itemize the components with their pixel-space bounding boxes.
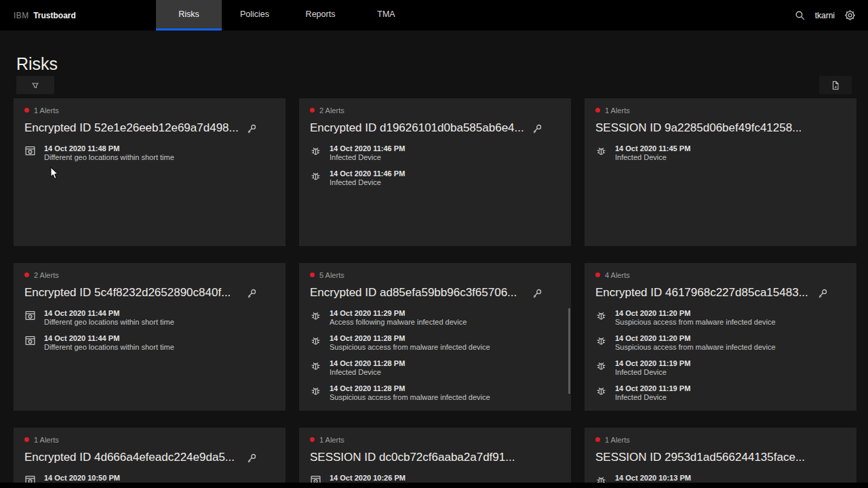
risk-card[interactable]: 1 Alerts Encrypted ID 52e1e26eeb12e69a7d…	[14, 98, 285, 246]
tab-tma[interactable]: TMA	[353, 0, 419, 30]
tab-label: Policies	[240, 9, 269, 19]
risk-card[interactable]: 4 Alerts Encrypted ID 4617968c227d85ca15…	[585, 263, 856, 411]
key-icon[interactable]	[817, 288, 828, 299]
alert-item[interactable]: 14 Oct 2020 11:28 PM	[310, 409, 560, 411]
alert-time: 14 Oct 2020 11:28 PM	[330, 409, 405, 411]
alert-time: 14 Oct 2020 11:46 PM	[330, 144, 405, 153]
key-icon[interactable]	[532, 123, 542, 134]
bug-alert-icon	[310, 360, 321, 371]
alert-item[interactable]: 14 Oct 2020 11:19 PM Infected Device	[595, 359, 846, 377]
card-title: Encrypted ID 4617968c227d85ca15483...	[595, 285, 819, 300]
card-title: SESSION ID dc0cb72cf6aaba2a7df91...	[310, 450, 534, 465]
tab-policies[interactable]: Policies	[222, 0, 288, 30]
alert-time: 14 Oct 2020 11:20 PM	[615, 334, 776, 343]
alert-description: Suspicious access from malware infected …	[615, 343, 776, 352]
card-scrollbar[interactable]	[568, 308, 570, 394]
key-icon[interactable]	[246, 123, 257, 134]
alert-item[interactable]: 14 Oct 2020 11:20 PM Suspicious access f…	[595, 309, 846, 327]
key-icon[interactable]	[246, 453, 257, 464]
alert-time: 14 Oct 2020 11:48 PM	[44, 144, 174, 153]
risk-card[interactable]: 2 Alerts Encrypted ID d19626101d0ba585ab…	[299, 98, 571, 246]
export-button[interactable]	[819, 76, 852, 94]
bug-alert-icon	[595, 335, 607, 346]
alerts-count-label: 5 Alerts	[319, 271, 344, 279]
alert-text: 14 Oct 2020 11:29 PM Access following ma…	[330, 309, 467, 327]
alert-description: Infected Device	[615, 153, 690, 162]
alert-item[interactable]: 14 Oct 2020 11:28 PM Infected Device	[310, 359, 560, 377]
alerts-count-label: 1 Alerts	[605, 106, 630, 115]
alert-dot-icon	[310, 437, 315, 442]
card-title: Encrypted ID ad85efa59bb96c3f65706...	[310, 285, 534, 300]
username[interactable]: tkarni	[815, 11, 835, 20]
bug-alert-icon	[595, 145, 607, 157]
alerts-count-label: 4 Alerts	[605, 271, 630, 279]
alerts-count-row: 2 Alerts	[310, 106, 560, 115]
filter-button[interactable]	[16, 76, 54, 94]
cards-grid: 1 Alerts Encrypted ID 52e1e26eeb12e69a7d…	[14, 98, 856, 488]
alerts-count-row: 1 Alerts	[595, 435, 846, 444]
risk-card[interactable]: 1 Alerts SESSION ID 2953d1ad566244135fac…	[585, 428, 856, 488]
tab-reports[interactable]: Reports	[288, 0, 353, 30]
alert-item[interactable]: 14 Oct 2020 11:46 PM Infected Device	[310, 169, 560, 187]
alert-item[interactable]: 14 Oct 2020 11:48 PM Different geo locat…	[24, 144, 275, 162]
alert-time: 14 Oct 2020 10:26 PM	[330, 474, 406, 483]
risk-card[interactable]: 5 Alerts Encrypted ID ad85efa59bb96c3f65…	[299, 263, 571, 411]
alerts-count-row: 5 Alerts	[310, 270, 560, 279]
brand-logo[interactable]: IBM Trustboard	[0, 11, 76, 20]
search-icon[interactable]	[794, 9, 806, 21]
key-icon[interactable]	[532, 288, 542, 299]
alert-dot-icon	[310, 108, 315, 113]
tab-risks[interactable]: Risks	[156, 0, 222, 30]
alert-item[interactable]: 14 Oct 2020 11:44 PM Different geo locat…	[24, 334, 275, 352]
risk-card[interactable]: 1 Alerts Encrypted ID 4d666a4efeadc224e9…	[14, 428, 285, 488]
alert-description: Infected Device	[615, 393, 690, 402]
alert-item[interactable]: 14 Oct 2020 11:28 PM Suspicious access f…	[310, 384, 560, 402]
alert-list: 14 Oct 2020 11:44 PM Different geo locat…	[24, 309, 275, 359]
alert-description: Different geo locations within short tim…	[44, 318, 174, 327]
tab-label: Risks	[178, 9, 199, 19]
alert-dot-icon	[24, 108, 29, 113]
alert-item[interactable]: 14 Oct 2020 11:20 PM Suspicious access f…	[595, 334, 846, 352]
alert-item[interactable]: 14 Oct 2020 11:46 PM Infected Device	[310, 144, 560, 162]
alert-dot-icon	[595, 437, 600, 442]
alert-time: 14 Oct 2020 11:44 PM	[44, 334, 174, 343]
alert-item[interactable]: 14 Oct 2020 11:19 PM Infected Device	[595, 384, 846, 402]
key-icon[interactable]	[246, 288, 257, 299]
alert-text: 14 Oct 2020 11:19 PM Infected Device	[615, 359, 690, 377]
alert-time: 14 Oct 2020 11:28 PM	[330, 334, 490, 343]
bug-alert-icon	[310, 335, 321, 346]
alert-text: 14 Oct 2020 11:28 PM Suspicious access f…	[330, 384, 490, 402]
alert-list: 14 Oct 2020 11:29 PM Access following ma…	[310, 309, 560, 411]
alert-description: Infected Device	[330, 368, 405, 377]
alert-description: Suspicious access from malware infected …	[330, 343, 490, 352]
alert-item[interactable]: 14 Oct 2020 11:44 PM Different geo locat…	[24, 309, 275, 327]
alert-text: 14 Oct 2020 11:20 PM Suspicious access f…	[615, 334, 776, 352]
gear-icon[interactable]	[844, 9, 856, 21]
alert-text: 14 Oct 2020 11:28 PM Suspicious access f…	[330, 334, 490, 352]
risk-card[interactable]: 1 Alerts SESSION ID dc0cb72cf6aaba2a7df9…	[299, 428, 571, 488]
alert-list: 14 Oct 2020 11:46 PM Infected Device 14 …	[310, 144, 560, 195]
alert-description: Suspicious access from malware infected …	[330, 393, 490, 402]
alerts-count-row: 1 Alerts	[310, 435, 560, 444]
alert-item[interactable]: 14 Oct 2020 11:28 PM Suspicious access f…	[310, 334, 560, 352]
alert-item[interactable]: 14 Oct 2020 11:45 PM Infected Device	[595, 144, 846, 162]
risk-card[interactable]: 2 Alerts Encrypted ID 5c4f8232d2652890c8…	[14, 263, 285, 411]
alert-description: Infected Device	[330, 178, 405, 187]
alert-time: 14 Oct 2020 11:28 PM	[330, 384, 490, 393]
alert-dot-icon	[595, 108, 600, 113]
tab-label: Reports	[306, 9, 336, 19]
alert-dot-icon	[24, 272, 29, 277]
brand-name: Trustboard	[33, 11, 76, 20]
alert-description: Different geo locations within short tim…	[44, 343, 174, 352]
alert-time: 14 Oct 2020 11:28 PM	[330, 359, 405, 368]
card-title: Encrypted ID 5c4f8232d2652890c840f...	[24, 285, 248, 300]
bug-alert-icon	[310, 145, 321, 157]
alerts-count-row: 1 Alerts	[24, 435, 275, 444]
bug-alert-icon	[310, 170, 321, 182]
alerts-count-label: 2 Alerts	[34, 271, 59, 279]
alert-item[interactable]: 14 Oct 2020 11:29 PM Access following ma…	[310, 309, 560, 327]
bug-alert-icon	[595, 360, 607, 371]
header: IBM Trustboard Risks Policies Reports TM…	[0, 0, 868, 30]
risk-card[interactable]: 1 Alerts SESSION ID 9a2285d06bef49fc4125…	[585, 98, 856, 246]
alert-text: 14 Oct 2020 11:20 PM Suspicious access f…	[615, 309, 776, 327]
